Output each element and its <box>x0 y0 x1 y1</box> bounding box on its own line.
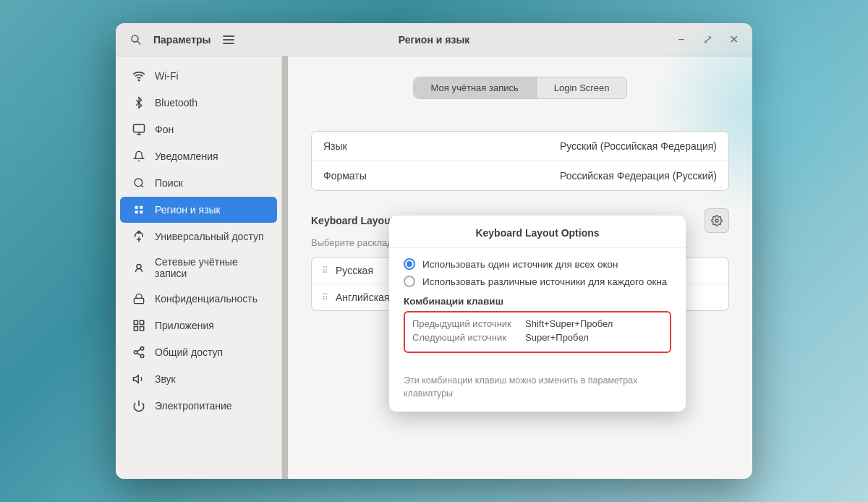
svg-line-23 <box>137 353 140 355</box>
svg-point-21 <box>134 351 137 354</box>
sidebar-item-privacy-label: Конфиденциальность <box>155 293 258 305</box>
svg-rect-3 <box>223 39 234 41</box>
sidebar-item-region[interactable]: Регион и язык <box>120 197 277 223</box>
sidebar-item-apps-label: Приложения <box>155 320 214 331</box>
sidebar-item-power[interactable]: Электропитание <box>120 393 277 419</box>
sidebar-item-accessibility[interactable]: Универсальный доступ <box>120 224 277 250</box>
accounts-icon <box>132 260 146 275</box>
sidebar-item-sound[interactable]: Звук <box>120 366 277 392</box>
sidebar-item-accounts-label: Сетевые учётные записи <box>155 256 265 279</box>
radio-per-window-label: Использовать различные источники для каж… <box>422 276 667 287</box>
background-icon <box>132 122 146 137</box>
settings-window: Параметры Регион и язык − ⤢ ✕ <box>116 23 752 479</box>
close-button[interactable]: ✕ <box>723 30 744 50</box>
radio-option-single-source[interactable]: Использовать один источник для всех окон <box>404 258 671 270</box>
shortcut-prev-key: Shift+Super+Пробел <box>525 318 613 329</box>
titlebar: Параметры Регион и язык − ⤢ ✕ <box>116 23 752 56</box>
svg-line-1 <box>137 41 140 44</box>
main-body: Wi-Fi Bluetooth Фон <box>116 56 752 479</box>
sidebar-item-apps[interactable]: Приложения <box>120 312 277 339</box>
sidebar-item-sound-label: Звук <box>155 373 176 385</box>
svg-rect-18 <box>134 327 137 331</box>
shortcut-next-key: Super+Пробел <box>525 332 589 343</box>
svg-rect-15 <box>134 298 143 303</box>
svg-rect-6 <box>134 124 145 132</box>
svg-marker-25 <box>134 375 139 383</box>
privacy-icon <box>132 292 146 306</box>
sidebar-item-notifications[interactable]: Уведомления <box>120 143 277 169</box>
svg-rect-2 <box>223 35 234 37</box>
svg-point-5 <box>138 80 140 81</box>
popup-title: Keyboard Layout Options <box>389 216 686 248</box>
svg-rect-19 <box>140 327 144 331</box>
shortcut-row-next: Следующий источник Super+Пробел <box>412 332 663 343</box>
radio-option-per-window[interactable]: Использовать различные источники для каж… <box>404 276 671 287</box>
sidebar-item-wifi-label: Wi-Fi <box>155 70 179 82</box>
radio-per-window-indicator <box>404 276 415 287</box>
sidebar-divider <box>282 56 288 479</box>
popup-overlay: Keyboard Layout Options Использовать оди… <box>288 56 752 479</box>
bluetooth-icon <box>132 95 146 110</box>
content-area: Моя учётная запись Login Screen Язык Рус… <box>288 56 752 479</box>
sound-icon <box>132 372 146 386</box>
shortcut-row-prev: Предыдущий источник Shift+Super+Пробел <box>412 318 663 329</box>
sidebar-item-notifications-label: Уведомления <box>155 150 218 162</box>
notifications-icon <box>132 149 146 163</box>
svg-point-9 <box>135 179 142 187</box>
maximize-button[interactable]: ⤢ <box>697 30 718 50</box>
apps-icon <box>132 318 146 333</box>
svg-point-14 <box>137 265 141 269</box>
svg-rect-17 <box>140 320 144 324</box>
svg-rect-16 <box>134 320 137 324</box>
radio-single-source-label: Использовать один источник для всех окон <box>422 259 618 270</box>
minimize-button[interactable]: − <box>671 30 692 50</box>
search-button[interactable] <box>124 28 148 51</box>
sidebar: Wi-Fi Bluetooth Фон <box>116 56 282 479</box>
sidebar-item-region-label: Регион и язык <box>155 204 221 216</box>
window-title: Регион и язык <box>284 34 584 46</box>
sidebar-item-power-label: Электропитание <box>155 400 232 412</box>
svg-line-10 <box>141 185 143 187</box>
sidebar-item-privacy[interactable]: Конфиденциальность <box>120 286 277 312</box>
sidebar-item-background[interactable]: Фон <box>120 116 277 142</box>
sidebar-item-wifi[interactable]: Wi-Fi <box>120 63 277 89</box>
sidebar-item-accessibility-label: Универсальный доступ <box>155 231 264 242</box>
sharing-icon <box>132 345 146 360</box>
shortcuts-highlight-box: Предыдущий источник Shift+Super+Пробел С… <box>404 311 671 353</box>
sidebar-item-accounts[interactable]: Сетевые учётные записи <box>120 250 277 285</box>
shortcuts-section-title: Комбинации клавиш <box>404 296 671 307</box>
svg-rect-4 <box>223 43 234 44</box>
svg-point-22 <box>140 354 144 358</box>
sidebar-item-background-label: Фон <box>155 124 174 135</box>
settings-label: Параметры <box>153 34 211 46</box>
sidebar-item-search[interactable]: Поиск <box>120 170 277 196</box>
wifi-icon <box>132 69 146 83</box>
titlebar-left: Параметры <box>124 28 284 51</box>
svg-line-24 <box>137 349 140 352</box>
popup-footer: Эти комбинации клавиш можно изменить в п… <box>389 370 686 412</box>
accessibility-icon <box>132 229 146 244</box>
menu-button[interactable] <box>217 28 240 51</box>
power-icon <box>132 399 146 413</box>
sidebar-item-sharing[interactable]: Общий доступ <box>120 339 277 365</box>
svg-point-20 <box>140 347 144 351</box>
sidebar-item-search-label: Поиск <box>155 177 183 189</box>
popup-body: Использовать один источник для всех окон… <box>389 248 686 370</box>
keyboard-layout-options-popup: Keyboard Layout Options Использовать оди… <box>389 216 686 412</box>
sidebar-item-sharing-label: Общий доступ <box>155 346 223 358</box>
titlebar-controls: − ⤢ ✕ <box>584 30 744 50</box>
sidebar-item-bluetooth[interactable]: Bluetooth <box>120 90 277 116</box>
shortcut-prev-label: Предыдущий источник <box>412 318 521 329</box>
shortcut-next-label: Следующий источник <box>412 332 521 343</box>
search-sidebar-icon <box>132 176 146 190</box>
sidebar-item-bluetooth-label: Bluetooth <box>155 97 197 109</box>
region-icon <box>132 203 146 217</box>
radio-single-source-indicator <box>404 258 415 270</box>
